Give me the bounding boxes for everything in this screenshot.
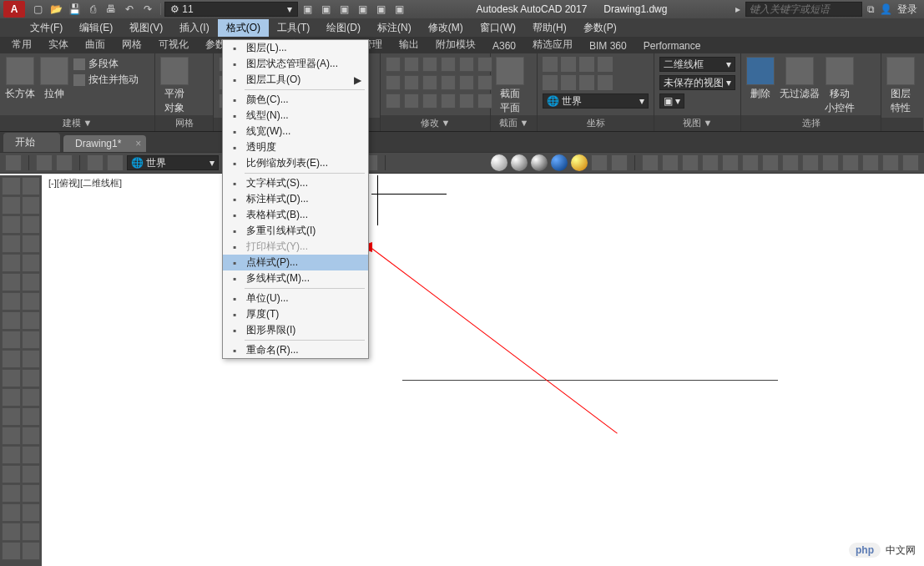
menu-item-point-style-icon[interactable]: ▪点样式(P)...: [223, 255, 368, 270]
draw-tool-icon[interactable]: [2, 484, 21, 503]
draw-tool-icon[interactable]: [22, 292, 41, 311]
ribbon-tab[interactable]: 输出: [391, 36, 427, 53]
menu-item-table-style-icon[interactable]: ▪表格样式(B)...: [223, 207, 368, 223]
qat-icon-a[interactable]: ▣: [300, 3, 315, 16]
panel-select-title[interactable]: 选择: [741, 115, 881, 131]
ucs-icon[interactable]: [598, 75, 613, 90]
tool-icon[interactable]: [459, 57, 474, 72]
qat-undo-icon[interactable]: ↶: [122, 3, 137, 16]
menu-item-layers-icon[interactable]: ▪图层(L)...: [223, 40, 368, 56]
menu-插入[interactable]: 插入(I): [171, 19, 217, 37]
tool-icon[interactable]: [5, 154, 22, 171]
ribbon-tab[interactable]: 附加模块: [427, 36, 484, 53]
close-icon[interactable]: ×: [135, 138, 141, 149]
draw-tool-icon[interactable]: [2, 523, 21, 541]
menu-修改[interactable]: 修改(M): [420, 19, 472, 37]
search-input[interactable]: [745, 2, 862, 17]
draw-tool-icon[interactable]: [2, 465, 21, 483]
ucs-icon[interactable]: [579, 57, 594, 72]
ribbon-tab[interactable]: Performance: [635, 38, 709, 53]
ribbon-tab[interactable]: 曲面: [77, 36, 114, 53]
move-gizmo-button[interactable]: 移动 小控件: [825, 57, 855, 115]
tool-icon[interactable]: [842, 154, 859, 171]
draw-tool-icon[interactable]: [2, 350, 21, 368]
menu-item-units-icon[interactable]: ▪单位(U)...: [223, 291, 368, 306]
draw-tool-icon[interactable]: [22, 523, 41, 541]
qat-redo-icon[interactable]: ↷: [140, 3, 155, 16]
panel-model-title[interactable]: 建模 ▼: [0, 115, 154, 131]
draw-tool-icon[interactable]: [2, 235, 21, 253]
ucs-icon[interactable]: [543, 75, 558, 90]
material-ball-icon[interactable]: [531, 154, 548, 171]
draw-tool-icon[interactable]: [22, 196, 41, 215]
tool-icon[interactable]: [404, 93, 419, 109]
tool-icon[interactable]: [782, 154, 799, 171]
panel-mesh-title[interactable]: 网格: [155, 115, 213, 131]
file-tab[interactable]: 开始: [3, 133, 60, 152]
tool-icon[interactable]: [882, 154, 899, 171]
view-extra-dropdown[interactable]: ▣▾: [659, 93, 684, 109]
tool-icon[interactable]: [702, 154, 719, 171]
ribbon-tab[interactable]: 常用: [3, 36, 40, 53]
tool-icon[interactable]: [404, 75, 419, 90]
draw-tool-icon[interactable]: [22, 465, 41, 483]
draw-tool-icon[interactable]: [22, 427, 41, 445]
draw-tool-icon[interactable]: [22, 446, 41, 464]
tool-icon[interactable]: [762, 154, 779, 171]
tool-icon[interactable]: [441, 57, 456, 72]
tool-icon[interactable]: [742, 154, 759, 171]
tool-icon[interactable]: [422, 93, 437, 109]
menu-item-mleader-style-icon[interactable]: ▪多重引线样式(I): [223, 223, 368, 239]
qat-icon-d[interactable]: ▣: [355, 3, 370, 16]
qat-icon-b[interactable]: ▣: [318, 3, 333, 16]
menu-item-scale-list-icon[interactable]: ▪比例缩放列表(E)...: [223, 155, 368, 171]
saved-view-dropdown[interactable]: 未保存的视图▾: [659, 75, 735, 90]
draw-tool-icon[interactable]: [2, 292, 21, 311]
tool-icon[interactable]: [802, 154, 819, 171]
draw-tool-icon[interactable]: [22, 388, 41, 407]
menu-窗口[interactable]: 窗口(W): [472, 19, 524, 37]
draw-tool-icon[interactable]: [2, 503, 21, 522]
draw-tool-icon[interactable]: [2, 369, 21, 387]
tool-icon[interactable]: [386, 75, 401, 90]
draw-tool-icon[interactable]: [2, 273, 21, 291]
tool-icon[interactable]: [682, 154, 699, 171]
menu-绘图[interactable]: 绘图(D): [318, 19, 369, 37]
ucs-icon[interactable]: [561, 75, 576, 90]
draw-tool-icon[interactable]: [2, 446, 21, 464]
draw-tool-icon[interactable]: [2, 215, 21, 234]
tool-icon[interactable]: [386, 57, 401, 72]
tool-icon[interactable]: [459, 93, 474, 109]
menu-item-layer-tools-icon[interactable]: ▪图层工具(O)▶: [223, 72, 368, 88]
tool-icon[interactable]: [386, 93, 401, 109]
ucs-display-icon[interactable]: [87, 154, 104, 171]
draw-tool-icon[interactable]: [2, 331, 21, 349]
menu-item-layer-state-icon[interactable]: ▪图层状态管理器(A)...: [223, 56, 368, 72]
tool-icon[interactable]: [107, 154, 124, 171]
login-label[interactable]: 登录: [897, 3, 917, 17]
draw-tool-icon[interactable]: [2, 542, 21, 560]
draw-tool-icon[interactable]: [22, 273, 41, 291]
menu-item-text-style-icon[interactable]: ▪文字样式(S)...: [223, 175, 368, 191]
draw-tool-icon[interactable]: [2, 388, 21, 407]
menu-视图[interactable]: 视图(V): [121, 19, 171, 37]
tool-icon[interactable]: [662, 154, 679, 171]
material-ball-icon[interactable]: [571, 154, 588, 171]
qat-new-icon[interactable]: ▢: [30, 3, 45, 16]
material-ball-icon[interactable]: [511, 154, 528, 171]
smooth-object-button[interactable]: 平滑 对象: [160, 57, 189, 115]
tool-icon[interactable]: [822, 154, 839, 171]
user-icon[interactable]: 👤: [880, 3, 892, 15]
draw-tool-icon[interactable]: [22, 235, 41, 253]
menu-文件[interactable]: 文件(F): [22, 19, 71, 37]
qat-save-icon[interactable]: 💾: [67, 3, 82, 16]
draw-tool-icon[interactable]: [2, 254, 21, 272]
menu-item-linetype-icon[interactable]: ▪线型(N)...: [223, 108, 368, 124]
drawing-viewport[interactable]: [-][俯视][二维线框] php 中文网: [42, 175, 924, 566]
qat-open-icon[interactable]: 📂: [48, 3, 63, 16]
panel-section-title[interactable]: 截面 ▼: [491, 115, 537, 131]
menu-格式[interactable]: 格式(O): [218, 19, 269, 37]
draw-tool-icon[interactable]: [22, 254, 41, 272]
qat-icon-f[interactable]: ▣: [391, 3, 406, 16]
extrude-button[interactable]: 拉伸: [40, 57, 68, 101]
